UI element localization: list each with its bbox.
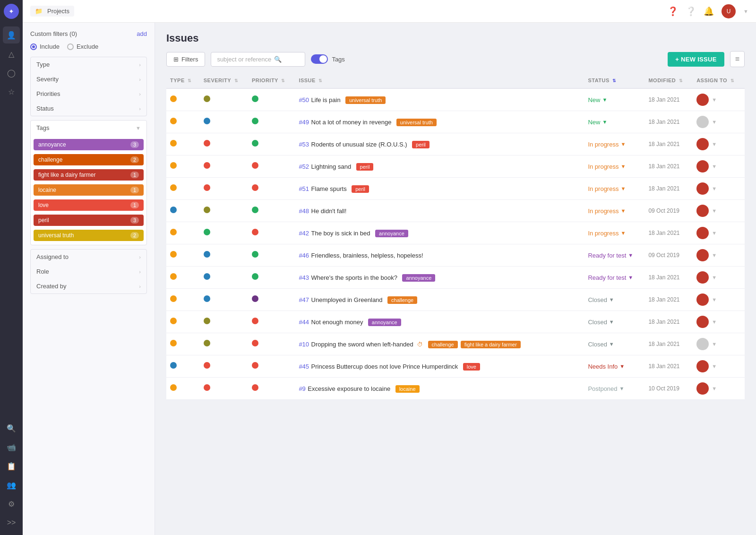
issue-number[interactable]: #46 — [299, 252, 309, 259]
include-radio[interactable] — [30, 43, 37, 50]
issue-number[interactable]: #43 — [299, 274, 309, 281]
status-chevron-icon[interactable]: ▼ — [628, 275, 633, 280]
assign-avatar[interactable] — [696, 338, 709, 350]
assign-chevron-icon[interactable]: ▼ — [712, 252, 717, 258]
assign-avatar[interactable] — [696, 160, 709, 173]
assign-chevron-icon[interactable]: ▼ — [712, 141, 717, 147]
issue-number[interactable]: #50 — [299, 96, 309, 104]
status-chevron-icon[interactable]: ▼ — [619, 386, 625, 391]
filter-status[interactable]: Status › — [31, 101, 146, 116]
tags-dropdown-header[interactable]: Tags ▼ — [31, 121, 146, 135]
user-avatar[interactable]: U — [722, 4, 736, 18]
assign-chevron-icon[interactable]: ▼ — [712, 186, 717, 191]
col-modified[interactable]: MODIFIED ⇅ — [644, 73, 693, 88]
issue-number[interactable]: #52 — [299, 163, 309, 170]
cell-status[interactable]: In progress ▼ — [584, 133, 644, 155]
col-severity[interactable]: SEVERITY ⇅ — [200, 73, 248, 88]
question-icon[interactable]: ❔ — [686, 6, 696, 17]
filter-assigned-to[interactable]: Assigned to › — [31, 250, 146, 264]
assign-chevron-icon[interactable]: ▼ — [712, 319, 717, 325]
tags-toggle[interactable] — [311, 54, 328, 64]
nav-item-settings[interactable]: ⚙ — [3, 495, 20, 512]
cell-status[interactable]: Closed ▼ — [584, 311, 644, 333]
filter-type[interactable]: Type › — [31, 57, 146, 72]
assign-chevron-icon[interactable]: ▼ — [712, 208, 717, 214]
search-box[interactable]: subject or reference 🔍 — [211, 52, 305, 67]
exclude-radio[interactable] — [67, 43, 74, 50]
assign-avatar[interactable] — [696, 138, 709, 150]
status-chevron-icon[interactable]: ▼ — [620, 230, 626, 236]
status-chevron-icon[interactable]: ▼ — [619, 363, 625, 369]
assign-avatar[interactable] — [696, 205, 709, 217]
status-chevron-icon[interactable]: ▼ — [609, 341, 614, 347]
cell-status[interactable]: Postponed ▼ — [584, 378, 644, 400]
assign-chevron-icon[interactable]: ▼ — [712, 363, 717, 369]
issue-number[interactable]: #45 — [299, 363, 309, 370]
sidebar-tag-item[interactable]: fight like a dairy farmer1 — [34, 169, 144, 181]
issue-number[interactable]: #10 — [299, 341, 309, 348]
cell-status[interactable]: New ▼ — [584, 111, 644, 133]
sidebar-tag-item[interactable]: challenge2 — [34, 154, 144, 165]
sidebar-tag-item[interactable]: universal truth2 — [34, 230, 144, 241]
status-chevron-icon[interactable]: ▼ — [609, 319, 614, 325]
new-issue-button[interactable]: + NEW ISSUE — [668, 52, 724, 67]
cell-status[interactable]: Closed ▼ — [584, 289, 644, 311]
issue-number[interactable]: #48 — [299, 207, 309, 215]
filter-severity[interactable]: Severity › — [31, 72, 146, 86]
issue-number[interactable]: #51 — [299, 185, 309, 192]
notification-icon[interactable]: 🔔 — [704, 6, 714, 17]
nav-item-pages[interactable]: 📋 — [3, 457, 20, 475]
assign-avatar[interactable] — [696, 316, 709, 328]
cell-status[interactable]: Ready for test ▼ — [584, 244, 644, 267]
assign-chevron-icon[interactable]: ▼ — [712, 297, 717, 302]
assign-chevron-icon[interactable]: ▼ — [712, 97, 717, 103]
status-chevron-icon[interactable]: ▼ — [620, 164, 626, 169]
issue-number[interactable]: #49 — [299, 119, 309, 126]
cell-status[interactable]: In progress ▼ — [584, 222, 644, 244]
assign-chevron-icon[interactable]: ▼ — [712, 275, 717, 280]
assign-avatar[interactable] — [696, 271, 709, 284]
nav-item-delta[interactable]: △ — [3, 45, 20, 62]
cell-status[interactable]: Closed ▼ — [584, 333, 644, 355]
col-status[interactable]: STATUS ⇅ — [584, 73, 644, 88]
nav-item-video[interactable]: 📹 — [3, 439, 20, 456]
assign-avatar[interactable] — [696, 94, 709, 106]
add-filter-link[interactable]: add — [137, 30, 147, 37]
sidebar-tag-item[interactable]: love1 — [34, 199, 144, 211]
assign-chevron-icon[interactable]: ▼ — [712, 230, 717, 236]
issue-number[interactable]: #9 — [299, 385, 305, 392]
include-option[interactable]: Include — [30, 43, 60, 50]
assign-avatar[interactable] — [696, 382, 709, 395]
issue-number[interactable]: #53 — [299, 141, 309, 148]
issue-number[interactable]: #44 — [299, 319, 309, 326]
avatar-chevron[interactable]: ▼ — [743, 9, 748, 14]
nav-item-issues[interactable]: ◯ — [3, 64, 20, 81]
sidebar-tag-item[interactable]: locaine1 — [34, 184, 144, 196]
issue-number[interactable]: #47 — [299, 296, 309, 303]
status-chevron-icon[interactable]: ▼ — [620, 186, 626, 191]
col-assign-to[interactable]: ASSIGN TO ⇅ — [693, 73, 745, 88]
list-view-button[interactable]: ≡ — [730, 51, 745, 67]
cell-status[interactable]: New ▼ — [584, 88, 644, 111]
cell-status[interactable]: Ready for test ▼ — [584, 267, 644, 289]
help-icon[interactable]: ❓ — [668, 6, 678, 17]
cell-status[interactable]: In progress ▼ — [584, 155, 644, 178]
status-chevron-icon[interactable]: ▼ — [602, 97, 607, 103]
filter-priorities[interactable]: Priorities › — [31, 86, 146, 101]
breadcrumb[interactable]: 📁 Projects — [30, 6, 74, 17]
nav-item-search[interactable]: 🔍 — [3, 420, 20, 437]
assign-chevron-icon[interactable]: ▼ — [712, 164, 717, 169]
nav-item-bookmark[interactable]: ☆ — [3, 83, 20, 100]
sidebar-tag-item[interactable]: peril3 — [34, 215, 144, 226]
assign-avatar[interactable] — [696, 227, 709, 239]
status-chevron-icon[interactable]: ▼ — [620, 141, 626, 147]
issue-number[interactable]: #42 — [299, 230, 309, 237]
assign-avatar[interactable] — [696, 116, 709, 128]
col-type[interactable]: TYPE ⇅ — [166, 73, 200, 88]
cell-status[interactable]: In progress ▼ — [584, 200, 644, 222]
status-chevron-icon[interactable]: ▼ — [628, 252, 633, 258]
filter-role[interactable]: Role › — [31, 264, 146, 279]
assign-chevron-icon[interactable]: ▼ — [712, 386, 717, 391]
assign-chevron-icon[interactable]: ▼ — [712, 341, 717, 347]
nav-item-team[interactable]: 👥 — [3, 476, 20, 493]
